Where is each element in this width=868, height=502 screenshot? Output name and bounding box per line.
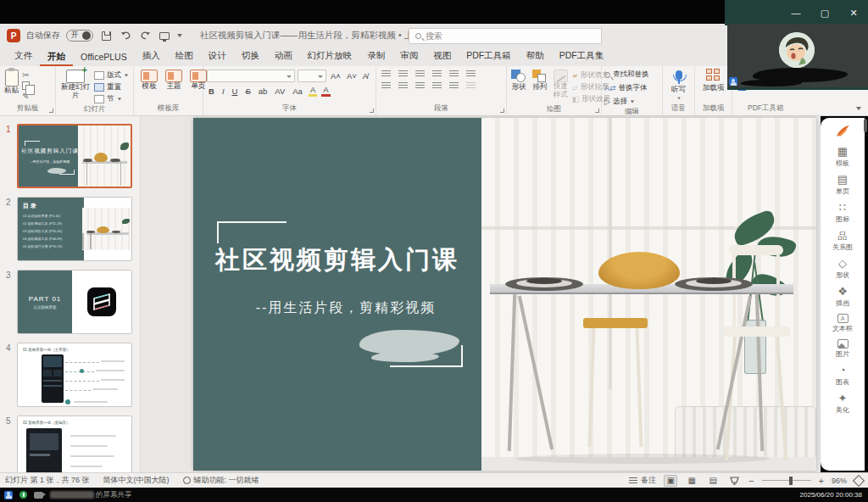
- slide-thumbnail-2[interactable]: 目 录 01 认识剪映界面 (P4-10) 02 剪映基础工具 (P11-29)…: [17, 197, 132, 261]
- tab-slideshow[interactable]: 幻灯片放映: [300, 47, 360, 66]
- undo-button[interactable]: [119, 29, 132, 42]
- notes-button[interactable]: 备注: [629, 475, 656, 486]
- save-button[interactable]: [99, 29, 113, 42]
- participant-icon[interactable]: [4, 491, 13, 499]
- tab-draw[interactable]: 绘图: [168, 47, 201, 66]
- text-shadow-button[interactable]: ab: [257, 86, 270, 96]
- font-name-combo[interactable]: [207, 70, 295, 82]
- arrange-button[interactable]: 排列: [531, 69, 549, 92]
- shrink-font-button[interactable]: A˅: [345, 71, 359, 81]
- tab-review[interactable]: 审阅: [392, 47, 426, 66]
- sidebar-scrollbar-thumb[interactable]: [864, 119, 867, 132]
- sidebar-item-beautify[interactable]: ✦ 美化: [836, 393, 849, 415]
- slideshow-view-button[interactable]: [727, 475, 741, 487]
- paragraph-dialog-launcher-icon[interactable]: [500, 109, 504, 113]
- present-from-slide-button[interactable]: [158, 29, 171, 42]
- replace-fonts-button[interactable]: A⇄替换字体: [604, 83, 648, 93]
- font-dialog-launcher-icon[interactable]: [370, 109, 374, 113]
- grow-font-button[interactable]: A˄: [329, 71, 342, 81]
- language-status[interactable]: 简体中文(中国大陆): [103, 475, 170, 486]
- tab-pdf-toolset[interactable]: PDF工具集: [552, 47, 612, 66]
- zoom-slider[interactable]: [762, 480, 811, 482]
- underline-button[interactable]: U: [231, 86, 240, 96]
- search-input[interactable]: [426, 31, 553, 41]
- cut-icon[interactable]: ✂: [22, 70, 30, 80]
- slide-subtitle[interactable]: --用生活片段，剪精彩视频: [210, 299, 481, 317]
- close-button[interactable]: ✕: [839, 8, 868, 19]
- slide-thumbnail-1[interactable]: 社区视频剪辑入门课 --用生活片段，剪精彩视频: [17, 124, 132, 188]
- meeting-window-titlebar[interactable]: — ▢ ✕: [725, 0, 868, 25]
- tab-view[interactable]: 视图: [426, 47, 459, 66]
- increase-indent-icon[interactable]: [432, 70, 442, 78]
- zoom-level[interactable]: 96%: [832, 477, 847, 485]
- theme-button[interactable]: 主题: [164, 69, 184, 92]
- reading-view-button[interactable]: ▤: [706, 475, 720, 487]
- clipboard-dialog-launcher-icon[interactable]: [49, 109, 53, 113]
- quick-styles-button[interactable]: 快速样式: [552, 69, 570, 100]
- dictate-icon[interactable]: [676, 70, 682, 80]
- fit-slide-button[interactable]: [853, 474, 865, 486]
- slide-thumbnail-4[interactable]: 01 剪映界面一览（主界面）: [17, 343, 132, 407]
- reset-button[interactable]: 重置: [94, 82, 129, 92]
- qat-more-chevron-icon[interactable]: [177, 34, 182, 37]
- italic-button[interactable]: I: [220, 86, 226, 96]
- font-size-combo[interactable]: [298, 70, 326, 82]
- select-button[interactable]: ▷选择: [604, 97, 635, 107]
- sidebar-item-pictures[interactable]: 图片: [836, 339, 849, 359]
- shapes-button[interactable]: 形状: [509, 69, 528, 92]
- align-left-icon[interactable]: [381, 82, 391, 90]
- tab-insert[interactable]: 插入: [135, 47, 168, 66]
- clear-formatting-button[interactable]: A̸: [361, 71, 370, 81]
- minimize-button[interactable]: —: [782, 8, 810, 18]
- tab-help[interactable]: 帮助: [519, 47, 552, 66]
- paste-button[interactable]: 粘贴: [3, 69, 20, 96]
- bold-button[interactable]: B: [207, 86, 216, 96]
- ribbon-collapse-chevron-icon[interactable]: [856, 107, 861, 110]
- drawing-dialog-launcher-icon[interactable]: [595, 109, 599, 113]
- slide-canvas[interactable]: 社区视频剪辑入门课 --用生活片段，剪精彩视频: [193, 118, 816, 471]
- tab-file[interactable]: 文件: [7, 47, 40, 66]
- addins-label[interactable]: 加载项: [703, 84, 725, 92]
- smartart-icon[interactable]: [466, 82, 476, 90]
- tab-officeplus[interactable]: OfficePLUS: [73, 49, 135, 66]
- align-center-icon[interactable]: [398, 82, 408, 90]
- change-case-button[interactable]: Aa: [291, 86, 304, 96]
- decrease-indent-icon[interactable]: [415, 70, 425, 78]
- tab-animations[interactable]: 动画: [267, 47, 300, 66]
- slide-sorter-view-button[interactable]: ▦: [685, 475, 698, 487]
- slide-thumbnail-3[interactable]: PART 01 认识剪映界面: [17, 270, 132, 334]
- microphone-on-icon[interactable]: [19, 491, 27, 499]
- bullets-icon[interactable]: [381, 70, 391, 78]
- columns-icon[interactable]: [449, 82, 459, 90]
- autosave-toggle[interactable]: 开: [66, 30, 93, 42]
- copy-icon[interactable]: [22, 81, 30, 90]
- search-box[interactable]: [409, 28, 602, 44]
- sidebar-item-charts[interactable]: ◔ 图表: [836, 365, 849, 387]
- zoom-slider-thumb[interactable]: [789, 477, 793, 485]
- tab-record[interactable]: 录制: [359, 47, 392, 66]
- font-color-button[interactable]: A: [321, 85, 330, 97]
- section-button[interactable]: 节: [94, 94, 129, 104]
- character-spacing-button[interactable]: AV: [273, 86, 287, 96]
- zoom-out-button[interactable]: −: [748, 476, 754, 486]
- accessibility-status[interactable]: 辅助功能: 一切就绪: [183, 475, 259, 486]
- sidebar-item-templates[interactable]: ▦ 模板: [836, 146, 849, 168]
- line-spacing-icon[interactable]: [449, 70, 459, 78]
- tab-pdf-toolbox[interactable]: PDF工具箱: [459, 47, 519, 66]
- align-right-icon[interactable]: [415, 82, 425, 90]
- sidebar-item-diagram[interactable]: 品 关系图: [832, 230, 853, 252]
- find-replace-button[interactable]: 查找和替换: [604, 70, 649, 80]
- zoom-in-button[interactable]: +: [819, 476, 824, 486]
- new-slide-button[interactable]: 新建幻灯片: [58, 69, 92, 101]
- template-button[interactable]: 模板: [139, 69, 159, 92]
- tab-transitions[interactable]: 切换: [234, 47, 267, 66]
- sidebar-item-icons[interactable]: ∷ 图标: [836, 202, 849, 224]
- sidebar-item-text-box[interactable]: A 文本框: [832, 314, 853, 333]
- tab-home[interactable]: 开始: [40, 48, 73, 67]
- webcam-video-tile[interactable]: [727, 24, 868, 90]
- dictate-label[interactable]: 听写: [671, 85, 686, 95]
- highlight-color-button[interactable]: A: [309, 85, 317, 97]
- editing-canvas[interactable]: 社区视频剪辑入门课 --用生活片段，剪精彩视频: [141, 116, 821, 472]
- justify-icon[interactable]: [432, 82, 442, 90]
- normal-view-button[interactable]: ▣: [664, 475, 677, 487]
